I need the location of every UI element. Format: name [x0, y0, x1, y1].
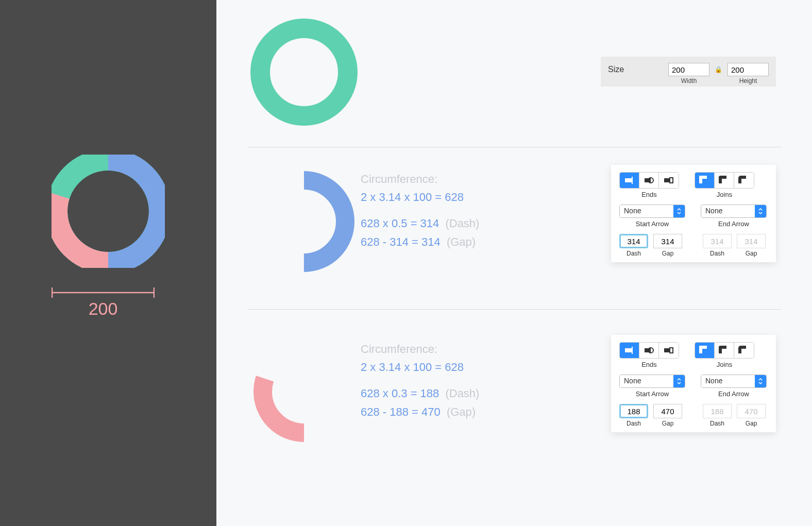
- gap-formula-pink: 628 - 188 = 470: [361, 405, 441, 418]
- circ-formula-pink: 2 x 3.14 x 100 = 628: [361, 358, 551, 376]
- end-arrow-select-blue[interactable]: None: [701, 205, 767, 218]
- dash-formula-pink: 628 x 0.3 = 188: [361, 387, 439, 400]
- gap-formula-blue: 628 - 314 = 314: [361, 235, 441, 248]
- full-ring-teal: [247, 15, 361, 131]
- svg-rect-20: [670, 348, 673, 353]
- calc-blue: Circumference: 2 x 3.14 x 100 = 628 628 …: [361, 170, 551, 251]
- calc-pink: Circumference: 2 x 3.14 x 100 = 628 628 …: [361, 340, 551, 421]
- divider-2: [247, 309, 781, 310]
- gap-label: Gap: [662, 420, 674, 427]
- main-pane: Size Width 🔒 Height Circumference: 2 x 3…: [216, 0, 812, 526]
- dash2-input-blue[interactable]: [703, 234, 732, 248]
- joins-label-blue: Joins: [717, 191, 732, 198]
- gap-tag-blue: (Gap): [447, 235, 476, 248]
- end-arrow-label-blue: End Arrow: [718, 220, 749, 228]
- ends-seg-blue: [619, 172, 679, 189]
- svg-point-7: [263, 180, 345, 263]
- size-inspector-panel: Size Width 🔒 Height: [601, 57, 776, 87]
- join-miter-button[interactable]: [695, 343, 715, 358]
- svg-point-14: [263, 350, 345, 433]
- donut-chart: [52, 155, 165, 268]
- join-bevel-button[interactable]: [734, 173, 754, 188]
- start-arrow-select-pink[interactable]: None: [619, 375, 685, 388]
- end-round-button[interactable]: [639, 343, 659, 358]
- end-butt-button[interactable]: [620, 343, 639, 358]
- dash-formula-blue: 628 x 0.5 = 314: [361, 217, 439, 230]
- size-label: Size: [608, 63, 629, 74]
- dash1-input-blue[interactable]: [619, 234, 648, 248]
- border-inspector-pink: Ends Joins: [611, 335, 776, 432]
- ends-label-pink: Ends: [641, 361, 657, 368]
- joins-seg-blue: [695, 172, 754, 189]
- dash1-input-pink[interactable]: [619, 404, 648, 418]
- arc-blue: [252, 170, 356, 273]
- height-sublabel: Height: [739, 77, 757, 84]
- dash-label: Dash: [710, 250, 724, 257]
- end-square-button[interactable]: [659, 343, 679, 358]
- circ-label-pink: Circumference:: [361, 340, 551, 358]
- dash2-input-pink[interactable]: [703, 404, 732, 418]
- width-input[interactable]: [668, 63, 709, 76]
- divider-1: [247, 147, 781, 147]
- circ-label-blue: Circumference:: [361, 170, 551, 188]
- gap1-input-pink[interactable]: [653, 404, 682, 418]
- start-arrow-select-blue[interactable]: None: [619, 205, 685, 218]
- start-arrow-label-pink: Start Arrow: [636, 390, 669, 398]
- dash-tag-pink: (Dash): [445, 387, 479, 400]
- end-arrow-label-pink: End Arrow: [718, 390, 749, 398]
- joins-seg-pink: [695, 342, 754, 359]
- circ-formula-blue: 2 x 3.14 x 100 = 628: [361, 188, 551, 206]
- sidebar: 200: [0, 0, 216, 526]
- svg-point-6: [260, 28, 348, 116]
- end-butt-button[interactable]: [620, 173, 639, 188]
- svg-rect-13: [670, 178, 673, 183]
- dimension-line: [52, 287, 155, 300]
- height-input[interactable]: [728, 63, 769, 76]
- gap-label: Gap: [746, 250, 757, 257]
- chevron-updown-icon: [673, 205, 685, 217]
- dash-label: Dash: [710, 420, 724, 427]
- ends-label-blue: Ends: [641, 191, 657, 198]
- chevron-updown-icon: [755, 205, 766, 217]
- end-arrow-select-pink[interactable]: None: [701, 375, 767, 388]
- arc-pink: [252, 340, 356, 443]
- gap2-input-blue[interactable]: [737, 234, 766, 248]
- dash-tag-blue: (Dash): [445, 217, 479, 230]
- start-arrow-label-blue: Start Arrow: [636, 220, 669, 228]
- joins-label-pink: Joins: [717, 361, 732, 368]
- width-sublabel: Width: [681, 77, 697, 84]
- gap1-input-blue[interactable]: [653, 234, 682, 248]
- join-bevel-button[interactable]: [734, 343, 754, 358]
- dimension-value: 200: [52, 299, 155, 319]
- join-round-button[interactable]: [715, 173, 734, 188]
- gap-label: Gap: [662, 250, 674, 257]
- ends-seg-pink: [619, 342, 679, 359]
- end-round-button[interactable]: [639, 173, 659, 188]
- svg-rect-15: [625, 348, 632, 352]
- gap2-input-pink[interactable]: [737, 404, 766, 418]
- end-square-button[interactable]: [659, 173, 679, 188]
- dash-label: Dash: [627, 250, 641, 257]
- join-miter-button[interactable]: [695, 173, 715, 188]
- border-inspector-blue: Ends Joins: [611, 165, 776, 262]
- chevron-updown-icon: [755, 375, 766, 387]
- lock-icon[interactable]: 🔒: [715, 63, 722, 73]
- gap-tag-pink: (Gap): [447, 405, 476, 418]
- chevron-updown-icon: [673, 375, 685, 387]
- dash-label: Dash: [627, 420, 641, 427]
- join-round-button[interactable]: [715, 343, 734, 358]
- svg-rect-8: [625, 178, 632, 182]
- gap-label: Gap: [746, 420, 757, 427]
